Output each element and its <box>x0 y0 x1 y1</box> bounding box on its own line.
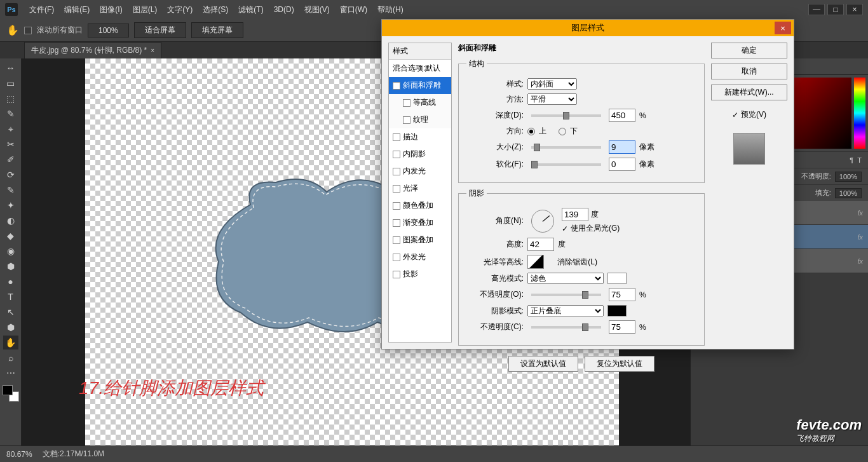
more-tools[interactable]: ⋯ <box>3 366 18 380</box>
style-item-checkbox[interactable] <box>393 236 400 244</box>
ok-button[interactable]: 确定 <box>711 43 787 58</box>
fill-screen-button[interactable]: 填充屏幕 <box>191 22 243 38</box>
opacity-value[interactable]: 100% <box>835 172 862 182</box>
depth-slider[interactable] <box>531 114 601 117</box>
style-item-checkbox[interactable] <box>393 254 400 261</box>
new-style-button[interactable]: 新建样式(W)... <box>711 85 787 100</box>
style-item-6[interactable]: 光泽 <box>389 180 451 197</box>
menu-text[interactable]: 文字(Y) <box>162 4 198 15</box>
angle-input[interactable] <box>562 208 588 221</box>
zoom-100-button[interactable]: 100% <box>88 24 129 37</box>
size-input[interactable] <box>609 140 635 154</box>
altitude-input[interactable] <box>527 238 554 251</box>
shadow-opacity-slider[interactable] <box>531 326 601 329</box>
eyedropper-tool[interactable]: ✂ <box>3 137 18 151</box>
style-item-10[interactable]: 外发光 <box>389 248 451 266</box>
size-slider[interactable] <box>531 146 601 149</box>
document-tab[interactable]: 牛皮.jpg @ 80.7% (针脚, RGB/8) * × <box>24 42 161 58</box>
style-item-3[interactable]: 描边 <box>389 128 451 146</box>
style-item-checkbox[interactable] <box>393 151 400 158</box>
style-item-checkbox[interactable] <box>393 202 400 210</box>
highlight-opacity-slider[interactable] <box>531 294 601 296</box>
cancel-button[interactable]: 取消 <box>711 64 787 79</box>
quick-select-tool[interactable]: ✎ <box>3 107 18 121</box>
move-tool[interactable]: ↔ <box>3 61 18 75</box>
scroll-all-checkbox[interactable] <box>24 27 32 34</box>
window-minimize[interactable]: — <box>808 4 825 15</box>
window-maximize[interactable]: □ <box>827 4 844 15</box>
marquee-tool[interactable]: ▭ <box>3 76 18 90</box>
style-item-1[interactable]: 等高线 <box>389 94 451 111</box>
fill-value[interactable]: 100% <box>835 188 862 198</box>
foreground-color-swatch[interactable] <box>3 385 13 395</box>
shadow-color-swatch[interactable] <box>607 305 627 316</box>
menu-image[interactable]: 图像(I) <box>95 4 127 15</box>
type-tool[interactable]: T <box>3 290 18 304</box>
style-item-5[interactable]: 内发光 <box>389 163 451 180</box>
style-item-checkbox[interactable] <box>403 116 410 124</box>
menu-window[interactable]: 窗口(W) <box>335 4 372 15</box>
healing-tool[interactable]: ✐ <box>3 153 18 166</box>
style-item-checkbox[interactable] <box>393 185 400 193</box>
stamp-tool[interactable]: ✎ <box>3 183 18 197</box>
menu-layer[interactable]: 图层(L) <box>128 4 163 15</box>
style-item-checkbox[interactable] <box>393 168 400 175</box>
menu-filter[interactable]: 滤镜(T) <box>233 4 268 15</box>
style-item-checkbox[interactable] <box>403 99 410 107</box>
direction-down-radio[interactable] <box>559 128 566 135</box>
style-item-checkbox[interactable] <box>393 219 400 227</box>
history-brush-tool[interactable]: ✦ <box>3 198 18 212</box>
fit-screen-button[interactable]: 适合屏幕 <box>134 22 186 38</box>
method-select[interactable]: 平滑 <box>527 93 577 105</box>
dialog-titlebar[interactable]: 图层样式 × <box>382 20 794 36</box>
direction-up-radio[interactable] <box>527 128 535 135</box>
style-blend-default[interactable]: 混合选项:默认 <box>389 60 451 77</box>
gloss-contour-picker[interactable] <box>527 255 544 269</box>
angle-dial[interactable] <box>531 210 554 233</box>
dodge-tool[interactable]: ⬢ <box>3 259 18 273</box>
style-item-7[interactable]: 颜色叠加 <box>389 197 451 214</box>
window-close[interactable]: × <box>846 4 863 15</box>
shadow-opacity-input[interactable] <box>609 320 635 334</box>
style-item-checkbox[interactable] <box>393 271 400 278</box>
menu-3d[interactable]: 3D(D) <box>269 5 299 14</box>
zoom-tool[interactable]: ⌕ <box>3 351 18 365</box>
style-item-0[interactable]: ✓斜面和浮雕 <box>389 77 451 94</box>
document-tab-close-icon[interactable]: × <box>151 47 154 54</box>
preview-checkbox[interactable]: ✓ <box>732 111 738 119</box>
depth-input[interactable] <box>609 109 635 122</box>
hand-tool[interactable]: ✋ <box>3 336 18 350</box>
style-item-11[interactable]: 投影 <box>389 266 451 283</box>
menu-select[interactable]: 选择(S) <box>198 4 233 15</box>
blur-tool[interactable]: ◉ <box>3 244 18 258</box>
global-light-checkbox[interactable]: ✓ <box>562 224 568 233</box>
style-item-9[interactable]: 图案叠加 <box>389 231 451 248</box>
soften-input[interactable] <box>609 158 635 171</box>
shape-tool[interactable]: ⬢ <box>3 320 18 334</box>
menu-edit[interactable]: 编辑(E) <box>59 4 95 15</box>
style-item-2[interactable]: 纹理 <box>389 111 451 128</box>
style-select[interactable]: 内斜面 <box>527 78 577 90</box>
pen-tool[interactable]: ● <box>3 275 18 289</box>
style-list-header[interactable]: 样式 <box>389 43 451 60</box>
highlight-mode-select[interactable]: 滤色 <box>527 273 604 284</box>
style-item-checkbox[interactable]: ✓ <box>393 82 400 90</box>
highlight-opacity-input[interactable] <box>609 288 635 301</box>
menu-view[interactable]: 视图(V) <box>299 4 335 15</box>
color-swatches[interactable] <box>3 385 19 402</box>
style-item-4[interactable]: 内阴影 <box>389 146 451 163</box>
style-item-8[interactable]: 渐变叠加 <box>389 214 451 231</box>
highlight-color-swatch[interactable] <box>607 273 627 284</box>
menu-file[interactable]: 文件(F) <box>24 4 59 15</box>
soften-slider[interactable] <box>531 163 601 166</box>
menu-help[interactable]: 帮助(H) <box>372 4 409 15</box>
crop-tool[interactable]: ⌖ <box>3 122 18 136</box>
path-select-tool[interactable]: ↖ <box>3 305 18 319</box>
hue-slider[interactable] <box>854 78 865 149</box>
lasso-tool[interactable]: ⬚ <box>3 92 18 105</box>
reset-default-button[interactable]: 复位为默认值 <box>585 356 654 372</box>
eraser-tool[interactable]: ◐ <box>3 214 18 228</box>
status-zoom[interactable]: 80.67% <box>6 450 32 459</box>
make-default-button[interactable]: 设置为默认值 <box>508 356 578 372</box>
dialog-close-button[interactable]: × <box>775 22 791 34</box>
